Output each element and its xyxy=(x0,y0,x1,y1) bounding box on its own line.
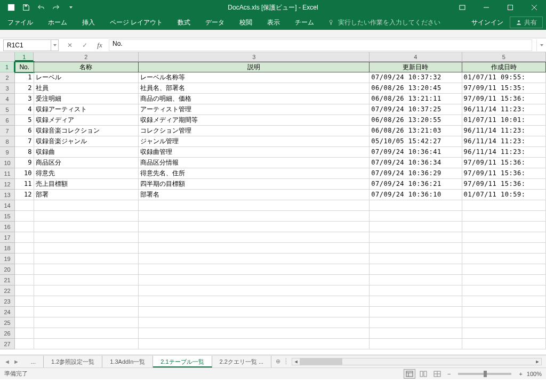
ribbon-tab-6[interactable]: 校閲 xyxy=(232,15,260,30)
ribbon-tab-4[interactable]: 数式 xyxy=(170,15,198,30)
cell-no[interactable]: 10 xyxy=(15,168,34,179)
cell-name[interactable]: 受注明細 xyxy=(34,94,139,104)
cell-empty[interactable] xyxy=(139,339,370,349)
view-normal-icon[interactable] xyxy=(404,369,415,379)
zoom-slider[interactable] xyxy=(458,373,511,375)
undo-icon[interactable] xyxy=(34,1,48,14)
close-icon[interactable] xyxy=(522,0,546,15)
cell-name[interactable]: 得意先 xyxy=(34,168,139,179)
cell-empty[interactable] xyxy=(139,285,370,296)
cell-name[interactable]: レーベル xyxy=(34,72,139,83)
nav-last-icon[interactable]: ► xyxy=(13,358,19,365)
row-header-1[interactable]: 1 xyxy=(0,62,15,72)
save-icon[interactable] xyxy=(19,1,33,14)
scroll-left-icon[interactable]: ◄ xyxy=(292,358,300,365)
cell-empty[interactable] xyxy=(139,296,370,307)
cell-empty[interactable] xyxy=(139,211,370,222)
cell-no[interactable]: 2 xyxy=(15,83,34,94)
cell-updated[interactable]: 07/09/24 10:36:34 xyxy=(370,158,462,168)
nav-first-icon[interactable]: ◄ xyxy=(4,358,10,365)
cell-empty[interactable] xyxy=(370,317,462,328)
cell-empty[interactable] xyxy=(139,328,370,339)
cell-no[interactable]: 11 xyxy=(15,179,34,190)
scroll-right-icon[interactable]: ► xyxy=(534,358,541,365)
cell-created[interactable]: 97/09/11 15:36: xyxy=(462,158,546,168)
cell-empty[interactable] xyxy=(34,328,139,339)
row-header-3[interactable]: 3 xyxy=(0,83,15,94)
cell-created[interactable]: 01/07/11 10:01: xyxy=(462,115,546,126)
tell-me-search[interactable]: 実行したい作業を入力してください xyxy=(328,18,440,27)
ribbon-tab-8[interactable]: チーム xyxy=(287,15,322,30)
cell-empty[interactable] xyxy=(370,200,462,211)
ribbon-tab-5[interactable]: データ xyxy=(198,15,232,30)
cell-created[interactable]: 96/11/14 11:23: xyxy=(462,126,546,136)
row-header-9[interactable]: 9 xyxy=(0,147,15,158)
ribbon-tab-1[interactable]: ホーム xyxy=(41,15,75,30)
cell-updated[interactable]: 06/08/26 13:21:03 xyxy=(370,126,462,136)
ribbon-tab-3[interactable]: ページ レイアウト xyxy=(102,15,170,30)
select-all-corner[interactable] xyxy=(0,52,15,62)
cell-empty[interactable] xyxy=(370,264,462,275)
row-header-18[interactable]: 18 xyxy=(0,243,15,254)
cell-empty[interactable] xyxy=(462,328,546,339)
row-header-4[interactable]: 4 xyxy=(0,94,15,104)
sheet-nav-arrows[interactable]: ◄ ► xyxy=(0,358,23,365)
row-header-27[interactable]: 27 xyxy=(0,339,15,349)
cell-desc[interactable]: 部署名 xyxy=(139,190,370,200)
cell-created[interactable]: 97/09/11 15:36: xyxy=(462,168,546,179)
cell-no[interactable]: 9 xyxy=(15,158,34,168)
cell-updated[interactable]: 05/10/05 15:42:27 xyxy=(370,136,462,147)
cell-name[interactable]: 部署 xyxy=(34,190,139,200)
row-header-13[interactable]: 13 xyxy=(0,190,15,200)
cell-empty[interactable] xyxy=(462,211,546,222)
cell-empty[interactable] xyxy=(139,307,370,317)
row-header-6[interactable]: 6 xyxy=(0,115,15,126)
cell-desc[interactable]: 商品区分情報 xyxy=(139,158,370,168)
cell-updated[interactable]: 07/09/24 10:37:32 xyxy=(370,72,462,83)
ribbon-tab-2[interactable]: 挿入 xyxy=(75,15,102,30)
cell-empty[interactable] xyxy=(15,232,34,243)
scroll-thumb[interactable] xyxy=(300,358,342,365)
cell-desc[interactable]: 得意先名、住所 xyxy=(139,168,370,179)
cell-empty[interactable] xyxy=(34,200,139,211)
cell-empty[interactable] xyxy=(34,275,139,285)
zoom-thumb[interactable] xyxy=(484,371,487,377)
row-header-12[interactable]: 12 xyxy=(0,179,15,190)
cell-empty[interactable] xyxy=(34,254,139,264)
ribbon-display-icon[interactable] xyxy=(450,0,474,15)
header-name[interactable]: 名称 xyxy=(34,62,139,72)
row-header-25[interactable]: 25 xyxy=(0,317,15,328)
row-header-15[interactable]: 15 xyxy=(0,211,15,222)
cell-updated[interactable]: 07/09/24 10:37:25 xyxy=(370,104,462,115)
row-header-11[interactable]: 11 xyxy=(0,168,15,179)
sheet-tab-1[interactable]: 1.3AddIn一覧 xyxy=(102,356,153,368)
cell-empty[interactable] xyxy=(462,307,546,317)
cell-empty[interactable] xyxy=(34,296,139,307)
header-updated[interactable]: 更新日時 xyxy=(370,62,462,72)
cell-empty[interactable] xyxy=(34,222,139,232)
cell-empty[interactable] xyxy=(370,211,462,222)
cell-desc[interactable]: ジャンル管理 xyxy=(139,136,370,147)
cell-no[interactable]: 3 xyxy=(15,94,34,104)
col-header-2[interactable]: 2 xyxy=(34,52,139,61)
cell-created[interactable]: 01/07/11 10:59: xyxy=(462,190,546,200)
view-page-break-icon[interactable] xyxy=(431,369,443,379)
zoom-out-icon[interactable]: − xyxy=(447,371,451,377)
cell-empty[interactable] xyxy=(34,243,139,254)
cell-empty[interactable] xyxy=(34,264,139,275)
cell-updated[interactable]: 07/09/24 10:36:29 xyxy=(370,168,462,179)
share-button[interactable]: 共有 xyxy=(510,17,543,28)
row-header-14[interactable]: 14 xyxy=(0,200,15,211)
cell-updated[interactable]: 07/09/24 10:36:21 xyxy=(370,179,462,190)
cell-desc[interactable]: コレクション管理 xyxy=(139,126,370,136)
col-header-5[interactable]: 5 xyxy=(462,52,546,61)
cell-empty[interactable] xyxy=(15,328,34,339)
row-header-17[interactable]: 17 xyxy=(0,232,15,243)
cell-empty[interactable] xyxy=(462,243,546,254)
cell-name[interactable]: 収録音楽コレクション xyxy=(34,126,139,136)
cell-empty[interactable] xyxy=(462,232,546,243)
cell-no[interactable]: 4 xyxy=(15,104,34,115)
cell-empty[interactable] xyxy=(34,317,139,328)
cell-empty[interactable] xyxy=(15,339,34,349)
cell-empty[interactable] xyxy=(139,275,370,285)
